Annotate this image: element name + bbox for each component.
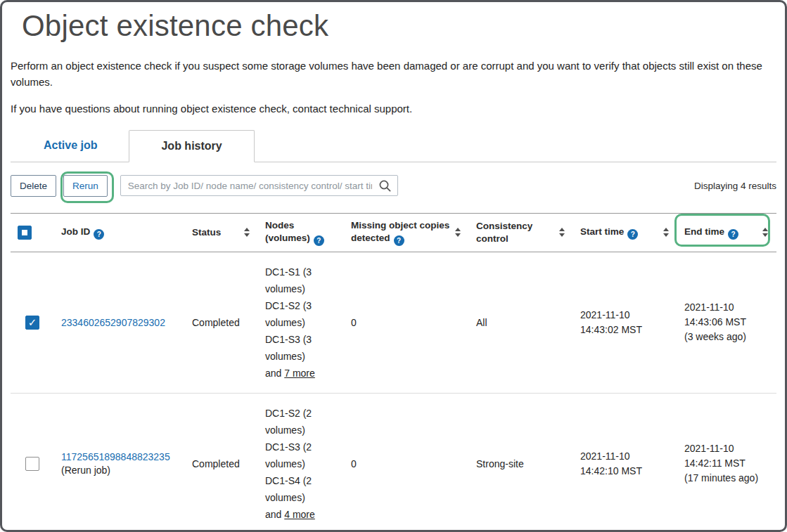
status-cell: Completed (185, 393, 258, 532)
status-value: Completed (192, 317, 240, 328)
row-checkbox[interactable] (25, 457, 39, 471)
and-text: and (265, 368, 281, 379)
consistency-cell: Strong-site (469, 393, 573, 532)
row-select-cell (11, 252, 54, 393)
col-label-start-time: Start time (580, 226, 624, 237)
missing-copies-value: 0 (351, 458, 357, 469)
and-text: and (265, 509, 281, 520)
consistency-value: All (476, 317, 487, 328)
consistency-cell: All (469, 252, 573, 393)
col-header-select (11, 213, 54, 252)
job-id-cell: 2334602652907829302 (54, 252, 185, 393)
rerun-job-note: (Rerun job) (61, 465, 178, 476)
job-id-link[interactable]: 11725651898848823235 (61, 451, 170, 462)
more-nodes-link[interactable]: 7 more (284, 368, 315, 379)
col-header-end-time: End time? (677, 213, 776, 252)
start-time-cell: 2021-11-10 14:43:02 MST (573, 252, 677, 393)
job-id-link[interactable]: 2334602652907829302 (61, 317, 165, 328)
table-row: 11725651898848823235 (Rerun job) Complet… (11, 393, 776, 532)
search-input[interactable] (120, 175, 398, 196)
delete-button[interactable]: Delete (11, 175, 56, 197)
help-icon[interactable]: ? (314, 235, 324, 246)
missing-copies-cell: 0 (344, 393, 469, 532)
job-id-cell: 11725651898848823235 (Rerun job) (54, 393, 185, 532)
tab-active-job[interactable]: Active job (12, 130, 129, 162)
help-icon[interactable]: ? (94, 229, 104, 240)
search-box (120, 175, 398, 196)
job-history-table: Job ID? Status Nodes (volumes)? (11, 213, 776, 532)
page-content: Object existence check Perform an object… (2, 2, 785, 532)
header-row: Job ID? Status Nodes (volumes)? (11, 213, 776, 252)
col-header-nodes: Nodes (volumes)? (258, 213, 344, 252)
sort-icon[interactable] (663, 228, 670, 237)
sort-icon[interactable] (244, 228, 251, 237)
end-time-cell: 2021-11-10 14:42:11 MST (17 minutes ago) (677, 393, 776, 532)
node-volumes: DC1-S1 (3 volumes) (265, 264, 337, 297)
col-header-start-time: Start time? (573, 213, 677, 252)
select-all-checkbox[interactable] (18, 226, 32, 240)
tab-bar: Active job Job history (11, 130, 776, 162)
start-time-cell: 2021-11-10 14:42:10 MST (573, 393, 677, 532)
status-value: Completed (192, 458, 240, 469)
col-header-job-id: Job ID? (54, 213, 185, 252)
object-existence-check-page: Object existence check Perform an object… (0, 0, 787, 532)
relative-time-line: (17 minutes ago) (684, 471, 769, 486)
rerun-button[interactable]: Rerun (63, 175, 108, 197)
node-volumes: DC1-S4 (2 volumes) (265, 472, 337, 506)
sort-icon[interactable] (455, 228, 462, 237)
help-icon[interactable]: ? (394, 235, 404, 246)
toolbar: Delete Rerun Displaying 4 results (11, 175, 776, 197)
col-header-consistency: Consistency control (469, 213, 573, 252)
page-title: Object existence check (22, 9, 776, 43)
search-icon[interactable] (378, 179, 392, 193)
col-label-job-id: Job ID (61, 226, 90, 237)
help-icon[interactable]: ? (627, 229, 638, 240)
relative-time-line: (3 weeks ago) (684, 330, 769, 344)
status-cell: Completed (185, 252, 258, 393)
nodes-more-line: and 4 more (265, 506, 337, 523)
col-header-missing-copies: Missing object copies detected? (344, 213, 469, 252)
clock-line: 14:43:02 MST (580, 323, 670, 337)
node-volumes: DC1-S2 (2 volumes) (265, 405, 337, 439)
support-note: If you have questions about running obje… (11, 101, 776, 117)
sort-icon[interactable] (559, 228, 566, 237)
missing-copies-cell: 0 (344, 252, 469, 393)
node-volumes: DC1-S3 (2 volumes) (265, 439, 337, 472)
date-line: 2021-11-10 (684, 300, 769, 315)
clock-line: 14:42:10 MST (580, 464, 670, 479)
page-description: Perform an object existence check if you… (11, 58, 776, 90)
clock-line: 14:43:06 MST (684, 315, 769, 330)
col-header-status: Status (185, 213, 258, 252)
missing-copies-value: 0 (351, 317, 357, 328)
date-line: 2021-11-10 (580, 449, 670, 464)
nodes-cell: DC1-S1 (3 volumes) DC1-S2 (3 volumes) DC… (258, 252, 344, 393)
end-time-cell: 2021-11-10 14:43:06 MST (3 weeks ago) (677, 252, 776, 393)
sort-icon[interactable] (762, 228, 769, 237)
nodes-more-line: and 7 more (265, 365, 337, 382)
tab-job-history[interactable]: Job history (129, 130, 254, 162)
node-volumes: DC1-S3 (3 volumes) (265, 331, 337, 365)
more-nodes-link[interactable]: 4 more (284, 509, 315, 520)
col-label-status: Status (192, 227, 221, 238)
help-icon[interactable]: ? (728, 229, 738, 240)
node-volumes: DC1-S2 (3 volumes) (265, 297, 337, 331)
col-label-nodes: Nodes (volumes) (265, 220, 310, 243)
col-label-consistency: Consistency control (476, 221, 532, 244)
row-select-cell (11, 393, 54, 532)
consistency-value: Strong-site (476, 458, 524, 469)
row-checkbox[interactable] (25, 316, 39, 330)
nodes-cell: DC1-S2 (2 volumes) DC1-S3 (2 volumes) DC… (258, 393, 344, 532)
clock-line: 14:42:11 MST (684, 456, 769, 471)
date-line: 2021-11-10 (580, 308, 670, 323)
date-line: 2021-11-10 (684, 441, 769, 456)
table-row: 2334602652907829302 Completed DC1-S1 (3 … (11, 252, 776, 393)
results-count: Displaying 4 results (694, 181, 776, 191)
col-label-end-time: End time (684, 226, 724, 237)
